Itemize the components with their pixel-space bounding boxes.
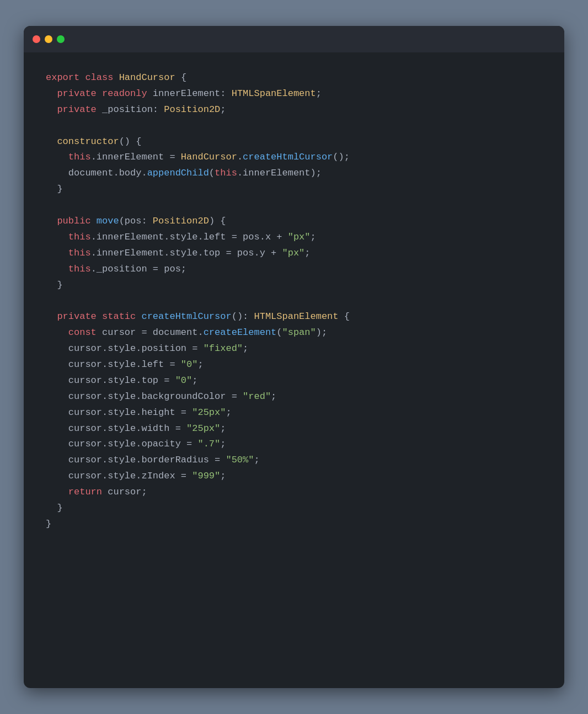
close-button[interactable]	[33, 35, 40, 43]
maximize-button[interactable]	[57, 35, 65, 43]
code-editor-window: export class HandCursor { private readon…	[24, 26, 564, 688]
code-content: export class HandCursor { private readon…	[24, 52, 564, 559]
minimize-button[interactable]	[45, 35, 52, 43]
titlebar	[24, 26, 564, 52]
